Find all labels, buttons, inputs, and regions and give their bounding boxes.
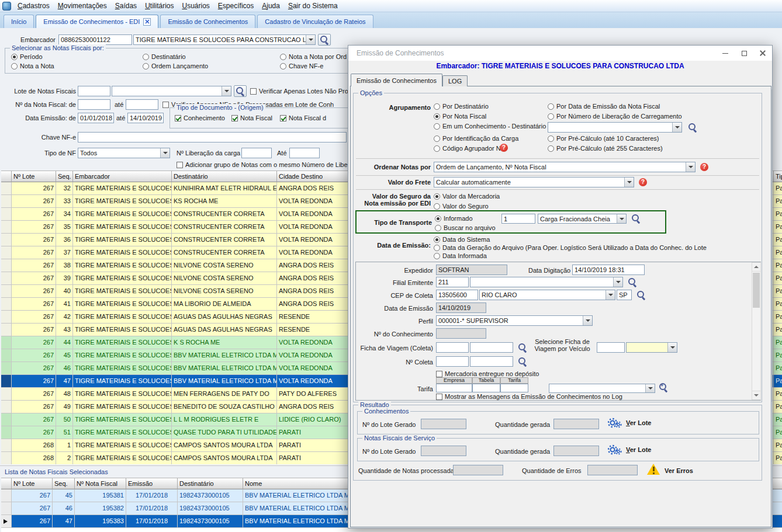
menu-especificos[interactable]: Específicos <box>214 1 258 11</box>
menu-utilitarios[interactable]: Utilitários <box>141 1 178 11</box>
ficha-input-2[interactable] <box>470 342 513 353</box>
check-mostrar-mensagens-log[interactable]: Mostrar as Mensagens da Emissão de Conhe… <box>436 393 622 401</box>
check-adicionar-grupo[interactable]: Adicionar grupo de Notas com o mesmo Núm… <box>177 161 348 169</box>
radio-codigo-agrupador[interactable]: Código Agrupador NF <box>434 145 504 152</box>
ficha-input-1[interactable] <box>436 342 469 353</box>
radio-buscar-arquivo[interactable]: Buscar no arquivo <box>435 224 496 232</box>
radio-chave-nfe[interactable]: Chave NF-e <box>280 62 323 70</box>
radio-informado[interactable]: Informado <box>435 215 473 222</box>
zoom-icon[interactable]: + <box>659 383 669 392</box>
radio-ordem-lancamento[interactable]: Ordem Lançamento <box>143 62 208 70</box>
nf-de-input[interactable] <box>78 99 110 110</box>
lote-combo[interactable] <box>112 86 231 96</box>
close-button[interactable] <box>753 46 772 61</box>
data-digitacao-input[interactable]: 14/10/2019 18:31 <box>572 265 645 275</box>
tipo-nf-combo[interactable]: Todos <box>78 148 170 158</box>
valor-frete-combo[interactable]: Calcular automaticamente <box>434 177 634 187</box>
embarcador-code-input[interactable]: 08862530001122 <box>58 34 132 45</box>
radio-valor-mercadoria[interactable]: Valor da Mercadoria <box>434 193 500 200</box>
ver-erros-button[interactable]: Ver Erros <box>665 467 693 474</box>
lote-input[interactable] <box>78 86 110 96</box>
filial-combo[interactable] <box>470 277 623 287</box>
col-header-emissao[interactable]: Emissão <box>126 478 178 489</box>
radio-data-geracao[interactable]: Data da Geração do Arquivo (Para Oper. L… <box>434 244 707 252</box>
chave-nfe-input[interactable] <box>78 132 347 142</box>
check-conhecimento[interactable]: Conhecimento <box>175 114 225 122</box>
scroll-up-arrow[interactable] <box>752 263 760 272</box>
liberacao-de-input[interactable] <box>241 148 272 158</box>
scroll-thumb[interactable] <box>753 273 760 308</box>
tarifa-combo[interactable] <box>549 384 655 393</box>
liberacao-ate-input[interactable] <box>289 148 320 158</box>
perfil-combo[interactable]: 000001-* SUPERVISOR <box>436 315 593 326</box>
menu-ajuda[interactable]: Ajuda <box>258 1 284 11</box>
tarifa-tabela-input[interactable] <box>472 384 500 392</box>
help-icon[interactable]: ? <box>500 144 508 152</box>
radio-por-identificacao-carga[interactable]: Por Identificação da Carga <box>434 135 518 142</box>
menu-saidas[interactable]: Saídas <box>111 1 141 11</box>
col-header-lote[interactable]: Nº Lote <box>12 478 53 489</box>
help-icon[interactable]: ? <box>700 163 708 171</box>
col-header-lote[interactable]: Nº Lote <box>12 171 56 182</box>
cidade-combo[interactable]: RIO CLARO <box>479 290 615 300</box>
radio-pre-calculo-255[interactable]: Por Pré-Cálculo (até 255 Caracteres) <box>548 145 663 152</box>
menu-movimentacoes[interactable]: Movimentações <box>54 1 111 11</box>
check-nota-fiscal-d[interactable]: Nota Fiscal d <box>280 114 326 122</box>
menu-usuarios[interactable]: Usuários <box>178 1 213 11</box>
ver-lote-button[interactable]: Ver Lote <box>608 444 651 455</box>
col-header-destinatario[interactable]: Destinatário <box>178 478 243 489</box>
dialog-title-bar[interactable]: Emissão de Conhecimentos <box>348 46 772 61</box>
col-header-nota-fiscal[interactable]: Nº Nota Fiscal <box>75 478 126 489</box>
ordenar-combo[interactable]: Ordem de Lançamento, Nº Nota Fiscal <box>434 162 696 172</box>
ficha-veiculo-combo[interactable] <box>626 342 677 353</box>
radio-destinatario[interactable]: Destinatário <box>143 53 186 61</box>
tab-emissao-conhecimentos[interactable]: Emissão de Conhecimentos <box>160 15 255 28</box>
embarcador-combo[interactable]: TIGRE MATERIAIS E SOLUCOES PARA CONSTRUC… <box>133 34 316 45</box>
ficha-veiculo-input[interactable] <box>597 342 625 353</box>
radio-data-informada[interactable]: Data Informada <box>434 252 487 260</box>
radio-periodo[interactable]: Período <box>11 53 43 61</box>
search-icon[interactable] <box>688 123 698 133</box>
data-de-input[interactable]: 01/01/2018 <box>78 113 114 123</box>
minimize-button[interactable] <box>716 46 735 61</box>
help-icon[interactable]: ? <box>639 178 647 186</box>
radio-por-data-emissao[interactable]: Por Data de Emissão da Nota Fiscal <box>548 103 660 110</box>
tab-emissao[interactable]: Emissão de Conhecimentos <box>351 74 442 86</box>
maximize-button[interactable] <box>735 46 753 61</box>
radio-valor-seguro[interactable]: Valor do Seguro <box>434 203 489 210</box>
tipo-transporte-input[interactable]: 1 <box>501 214 535 224</box>
radio-por-nota-fiscal[interactable]: Por Nota Fiscal <box>434 113 486 120</box>
tab-inicio[interactable]: Início <box>4 15 34 28</box>
check-nota-fiscal[interactable]: Nota Fiscal <box>231 114 272 122</box>
search-icon[interactable] <box>518 357 528 367</box>
search-icon[interactable] <box>631 214 641 224</box>
radio-data-sistema[interactable]: Data do Sistema <box>434 236 490 244</box>
cep-input[interactable]: 13505600 <box>436 290 478 300</box>
col-header-tipo[interactable]: Tip <box>774 171 782 182</box>
col-header-seq[interactable]: Seq. <box>56 171 73 182</box>
embarcador-search-button[interactable] <box>318 34 331 46</box>
search-icon[interactable] <box>518 343 528 353</box>
tarifa-empresa-input[interactable] <box>436 384 472 392</box>
tab-close-button[interactable] <box>143 18 151 26</box>
scroll-down-arrow[interactable] <box>752 391 760 399</box>
lote-search-button[interactable] <box>234 85 247 97</box>
filial-input[interactable]: 211 <box>436 277 469 287</box>
menu-cadastros[interactable]: Cadastros <box>13 1 54 11</box>
ver-lote-button[interactable]: Ver Lote <box>608 418 651 428</box>
check-lotes-nao-processados[interactable]: Verificar Apenas Lotes Não Pro <box>250 88 348 95</box>
radio-por-numero-liberacao[interactable]: Por Número de Liberação de Carregamento <box>548 113 682 120</box>
menu-sair-do-sistema[interactable]: Sair do Sistema <box>284 1 342 11</box>
tarifa-tarifa-input[interactable] <box>500 384 528 392</box>
data-ate-input[interactable]: 14/10/2019 <box>127 113 164 123</box>
tab-log[interactable]: LOG <box>442 75 468 86</box>
radio-pre-calculo-10[interactable]: Por Pré-Cálculo (até 10 Caracteres) <box>548 135 659 142</box>
liberacao-combo[interactable] <box>548 122 682 133</box>
search-icon[interactable] <box>628 277 638 287</box>
col-header-destinatario[interactable]: Destinatário <box>172 171 277 182</box>
coleta-input-2[interactable] <box>470 356 513 367</box>
radio-por-destinatario[interactable]: Por Destinatário <box>434 103 489 110</box>
radio-nota-a-nota[interactable]: Nota a Nota <box>11 62 54 70</box>
nf-ate-input[interactable] <box>126 99 158 110</box>
col-header-embarcador[interactable]: Embarcador <box>73 171 172 182</box>
